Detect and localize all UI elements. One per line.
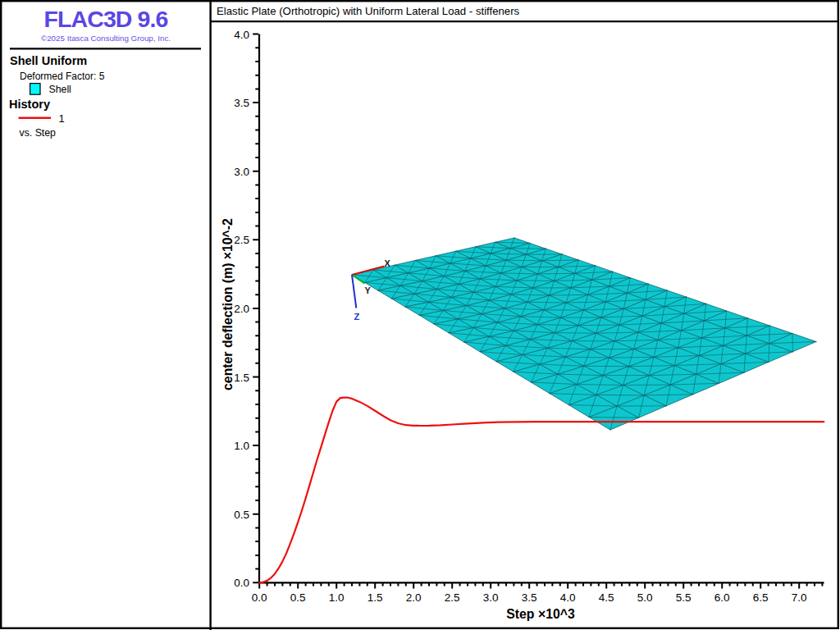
svg-text:3.5: 3.5: [234, 97, 249, 109]
svg-text:History: History: [9, 98, 50, 111]
svg-text:Deformed Factor: 5: Deformed Factor: 5: [20, 71, 105, 82]
svg-text:1.5: 1.5: [368, 591, 383, 604]
svg-text:Elastic Plate (Orthotropic) wi: Elastic Plate (Orthotropic) with Uniform…: [217, 5, 520, 17]
svg-text:4.0: 4.0: [234, 29, 249, 41]
svg-text:2.0: 2.0: [234, 303, 249, 315]
svg-text:2.0: 2.0: [406, 591, 422, 604]
svg-text:center deflection (m) ×10^-2: center deflection (m) ×10^-2: [221, 218, 235, 390]
svg-text:3.5: 3.5: [522, 591, 537, 604]
svg-text:Shell: Shell: [49, 84, 71, 95]
svg-text:1: 1: [59, 112, 65, 125]
svg-text:4.5: 4.5: [599, 591, 614, 604]
svg-text:7.0: 7.0: [792, 591, 807, 604]
svg-text:Shell Uniform: Shell Uniform: [10, 54, 87, 67]
svg-text:X: X: [385, 258, 391, 268]
svg-text:0.5: 0.5: [234, 509, 249, 521]
svg-text:1.0: 1.0: [329, 591, 345, 604]
svg-text:6.0: 6.0: [714, 591, 730, 604]
svg-text:3.0: 3.0: [234, 166, 249, 178]
svg-text:0.0: 0.0: [252, 591, 267, 604]
svg-text:©2025 Itasca Consulting Group,: ©2025 Itasca Consulting Group, Inc.: [41, 34, 171, 43]
svg-text:1.0: 1.0: [234, 440, 249, 452]
svg-text:1.5: 1.5: [234, 372, 249, 384]
svg-text:Z: Z: [354, 312, 360, 322]
svg-text:4.0: 4.0: [560, 591, 576, 604]
svg-text:FLAC3D 9.6: FLAC3D 9.6: [44, 6, 168, 32]
svg-text:2.5: 2.5: [445, 591, 460, 604]
svg-text:0.5: 0.5: [290, 591, 306, 604]
svg-text:6.5: 6.5: [753, 591, 769, 604]
svg-text:2.5: 2.5: [234, 234, 249, 246]
svg-text:5.5: 5.5: [676, 591, 692, 604]
svg-text:3.0: 3.0: [483, 591, 499, 604]
svg-text:Step ×10^3: Step ×10^3: [506, 607, 575, 621]
svg-text:5.0: 5.0: [637, 591, 653, 604]
svg-text:0.0: 0.0: [234, 577, 249, 589]
svg-text:Y: Y: [365, 285, 372, 295]
svg-text:vs. Step: vs. Step: [20, 127, 57, 139]
